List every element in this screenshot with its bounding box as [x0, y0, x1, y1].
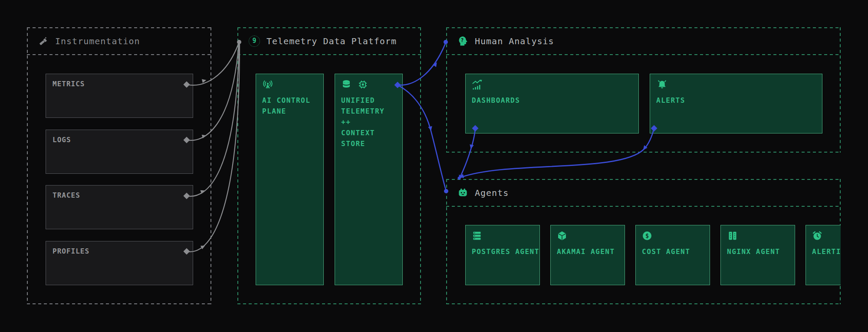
connector-arrowhead	[428, 126, 433, 131]
node-dashboards: DASHBOARDS	[465, 74, 639, 133]
node-label: METRICS	[53, 80, 186, 88]
node-icons	[656, 80, 816, 91]
bell-icon	[656, 79, 668, 92]
server-stack-icon	[472, 231, 483, 243]
node-label: NGINX AGENT	[727, 246, 789, 257]
node-cost-agent: $ COST AGENT	[635, 225, 710, 285]
section-human-analysis: ? Human Analysis DASHBOARDS	[446, 27, 841, 153]
node-profiles: PROFILES	[46, 241, 193, 285]
dollar-circle-icon: $	[642, 231, 652, 243]
question-glyph: ?	[461, 37, 464, 43]
node-icons	[262, 80, 317, 91]
node-ai-control-plane: AI CONTROL PLANE	[256, 74, 324, 285]
robot-icon	[457, 187, 468, 198]
node-traces: TRACES	[46, 185, 193, 229]
section-agents-header: Agents	[446, 179, 841, 206]
broadcast-antenna-icon	[262, 79, 273, 92]
section-title: Instrumentation	[55, 36, 140, 46]
server-rack-icon	[727, 231, 738, 243]
section-instrumentation-header: Instrumentation	[27, 27, 211, 55]
node-label: ALERTING AGENT	[812, 246, 841, 257]
section-human-analysis-header: ? Human Analysis	[446, 27, 841, 55]
node-logs: LOGS	[46, 130, 193, 174]
node-icons	[472, 231, 533, 242]
node-icons	[472, 80, 632, 91]
section-title: Agents	[475, 188, 509, 198]
section-title: Telemetry Data Platform	[266, 36, 397, 46]
telescope-icon	[38, 36, 49, 46]
node-icons: $	[642, 231, 704, 242]
node-label: AI CONTROL PLANE	[262, 95, 317, 117]
connector-arrowhead	[459, 174, 464, 179]
section-telemetry-header: 9 Telemetry Data Platform	[237, 27, 421, 55]
section-agents: Agents POSTGRES AGENT	[446, 179, 841, 304]
alarm-clock-icon	[812, 231, 822, 243]
node-akamai-agent: AKAMAI AGENT	[550, 225, 625, 285]
cpu-chip-icon	[358, 79, 368, 91]
node-metrics: METRICS	[46, 74, 193, 118]
node-nginx-agent: NGINX AGENT	[720, 225, 795, 285]
architecture-diagram: Instrumentation METRICS LOGS TRACES PROF…	[0, 0, 868, 332]
nine-badge-icon: 9	[249, 36, 260, 47]
node-icons	[557, 231, 618, 242]
section-telemetry-data-platform: 9 Telemetry Data Platform AI CONT	[237, 27, 421, 304]
node-postgres-agent: POSTGRES AGENT	[465, 225, 540, 285]
node-label: COST AGENT	[642, 246, 704, 257]
node-alerting-agent: ALERTING AGENT	[806, 225, 841, 285]
head-question-icon: ?	[457, 36, 468, 46]
connector-arrowhead	[433, 61, 439, 67]
node-icons	[727, 231, 789, 242]
node-label: UNIFIED TELEMETRY ++ CONTEXT STORE	[341, 95, 396, 149]
database-icon	[341, 79, 352, 91]
section-title: Human Analysis	[475, 36, 554, 46]
node-label: LOGS	[53, 136, 186, 144]
node-icons	[341, 80, 396, 91]
node-label: ALERTS	[656, 95, 816, 106]
node-icons	[812, 231, 841, 242]
section-instrumentation: Instrumentation METRICS LOGS TRACES PROF…	[27, 27, 211, 304]
node-label: AKAMAI AGENT	[557, 246, 618, 257]
node-label: POSTGRES AGENT	[472, 246, 533, 257]
dollar-glyph: $	[645, 232, 649, 239]
node-label: PROFILES	[53, 247, 186, 255]
node-label: TRACES	[53, 191, 186, 199]
node-alerts: ALERTS	[650, 74, 822, 133]
cube-icon	[557, 231, 567, 243]
node-unified-telemetry-context-store: UNIFIED TELEMETRY ++ CONTEXT STORE	[335, 74, 403, 285]
line-chart-icon	[472, 79, 483, 92]
node-label: DASHBOARDS	[472, 95, 632, 106]
